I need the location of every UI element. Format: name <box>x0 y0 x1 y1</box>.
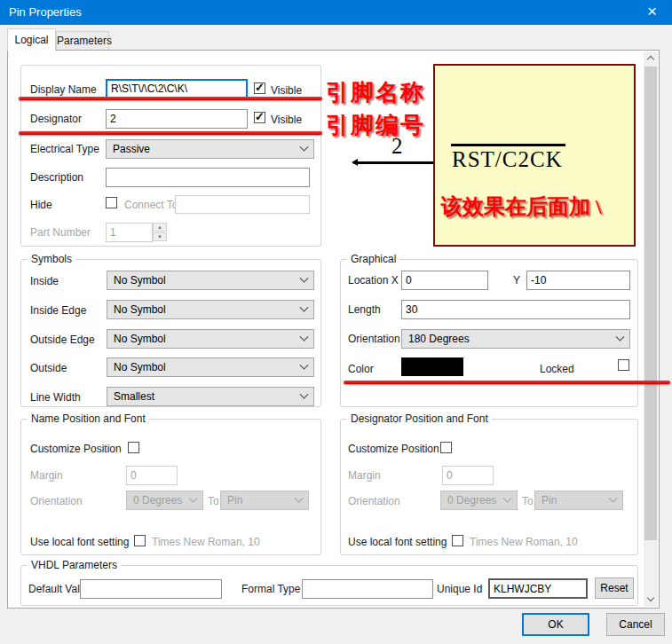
tab-parameters[interactable]: Parameters <box>56 31 109 51</box>
designator-to-value: Pin <box>542 494 557 507</box>
outside-label: Outside <box>30 362 67 374</box>
scroll-down-icon[interactable] <box>644 593 658 607</box>
chevron-down-icon <box>300 360 309 369</box>
part-number-stepper[interactable]: ▲ ▼ <box>153 223 167 241</box>
annotation-pin-name: 引脚名称 <box>326 77 425 108</box>
inside-edge-select[interactable]: No Symbol <box>107 300 314 319</box>
scroll-up-icon[interactable] <box>644 51 658 66</box>
electrical-type-value: Passive <box>113 143 150 155</box>
visible-label: Visible <box>271 84 302 97</box>
orientation-label: Orientation <box>30 495 83 507</box>
chevron-down-icon <box>300 273 309 282</box>
description-input[interactable] <box>106 168 310 187</box>
line-width-value: Smallest <box>114 390 154 403</box>
name-to-select[interactable]: Pin <box>220 491 309 510</box>
outside-edge-label: Outside Edge <box>30 334 95 346</box>
customize-position-label: Customize Position <box>30 443 122 455</box>
length-label: Length <box>348 303 381 316</box>
designator-position-group: Designator Position and Font Customize P… <box>340 419 638 555</box>
annotation-underline-color <box>344 381 670 384</box>
chevron-down-icon <box>616 332 625 341</box>
orientation-value: 180 Degrees <box>408 333 470 345</box>
to-label: To <box>208 495 219 507</box>
display-name-input[interactable] <box>106 79 248 98</box>
outside-select[interactable]: No Symbol <box>107 357 314 377</box>
default-value-input[interactable] <box>80 579 222 599</box>
display-name-visible-checkbox[interactable] <box>254 82 265 94</box>
inside-value: No Symbol <box>114 274 166 287</box>
vhdl-group-title: VHDL Parameters <box>28 559 121 571</box>
designator-to-select[interactable]: Pin <box>534 491 623 510</box>
symbols-group-title: Symbols <box>28 253 75 265</box>
preview-pin-arrow-icon <box>348 159 358 166</box>
name-margin-input[interactable] <box>126 466 178 485</box>
description-label: Description <box>30 171 83 184</box>
name-orientation-select[interactable]: 0 Degrees <box>126 491 203 510</box>
location-x-label: Location X <box>348 274 399 287</box>
designator-use-local-font-checkbox[interactable] <box>452 535 463 546</box>
connect-to-input[interactable] <box>175 195 310 214</box>
title-bar: Pin Properties × <box>0 0 672 25</box>
outside-value: No Symbol <box>114 361 166 373</box>
preview-box: RST/C2CK 该效果在后面加 \ <box>433 64 636 247</box>
pin-color-swatch[interactable] <box>401 357 463 376</box>
name-orientation-value: 0 Degrees <box>133 494 182 507</box>
name-font-description: Times New Roman, 10 <box>152 536 260 548</box>
inside-edge-value: No Symbol <box>114 303 166 316</box>
graphical-group: Graphical Location X Y Length Orientatio… <box>340 259 638 407</box>
vertical-scrollbar[interactable] <box>644 51 658 607</box>
designator-customize-position-checkbox[interactable] <box>440 442 452 453</box>
annotation-pin-number: 引脚编号 <box>326 110 425 141</box>
electrical-type-select[interactable]: Passive <box>106 139 314 159</box>
display-name-label: Display Name <box>30 83 97 96</box>
unique-id-input[interactable] <box>488 578 588 599</box>
locked-label: Locked <box>540 363 574 375</box>
name-use-local-font-checkbox[interactable] <box>134 535 146 546</box>
spinner-up-icon[interactable]: ▲ <box>153 223 167 232</box>
scrollbar-thumb[interactable] <box>644 67 657 540</box>
electrical-type-label: Electrical Type <box>30 143 99 155</box>
line-width-select[interactable]: Smallest <box>107 387 314 406</box>
chevron-down-icon <box>300 142 309 151</box>
formal-type-input[interactable] <box>302 579 433 599</box>
use-local-font-label: Use local font setting <box>348 536 447 548</box>
designator-orientation-value: 0 Degrees <box>447 494 496 507</box>
ok-button[interactable]: OK <box>522 613 589 636</box>
location-y-label: Y <box>513 274 520 287</box>
designator-input[interactable] <box>106 109 248 129</box>
location-y-input[interactable] <box>526 271 630 290</box>
chevron-down-icon <box>300 389 309 398</box>
hide-checkbox[interactable] <box>106 197 117 208</box>
inside-select[interactable]: No Symbol <box>107 271 314 290</box>
chevron-down-icon <box>609 493 618 502</box>
connect-to-label: Connect To <box>124 199 178 211</box>
symbols-group: Symbols Inside No Symbol Inside Edge No … <box>20 259 321 407</box>
orientation-select[interactable]: 180 Degrees <box>401 329 630 349</box>
location-x-input[interactable] <box>401 271 488 290</box>
formal-type-label: Formal Type <box>241 583 300 595</box>
length-input[interactable] <box>401 300 630 319</box>
orientation-label: Orientation <box>348 495 400 507</box>
color-label: Color <box>348 363 374 375</box>
preview-pin-name: RST/C2CK <box>451 144 565 172</box>
inside-edge-label: Inside Edge <box>30 304 86 317</box>
cancel-button[interactable]: Cancel <box>606 613 665 636</box>
spinner-down-icon[interactable]: ▼ <box>153 232 167 241</box>
name-to-value: Pin <box>227 494 242 507</box>
designator-margin-input[interactable] <box>442 466 494 485</box>
chevron-down-icon <box>189 493 198 502</box>
name-position-group-title: Name Position and Font <box>28 412 149 425</box>
close-icon[interactable]: × <box>632 0 672 25</box>
name-customize-position-checkbox[interactable] <box>128 442 139 453</box>
reset-button[interactable]: Reset <box>595 577 634 599</box>
designator-visible-checkbox[interactable] <box>254 112 265 123</box>
part-number-input[interactable] <box>106 223 153 242</box>
tab-logical[interactable]: Logical <box>7 28 56 51</box>
margin-label: Margin <box>30 469 63 482</box>
name-position-group: Name Position and Font Customize Positio… <box>20 419 321 555</box>
locked-checkbox[interactable] <box>618 359 629 371</box>
graphical-group-title: Graphical <box>347 253 399 265</box>
outside-edge-select[interactable]: No Symbol <box>107 329 314 349</box>
chevron-down-icon <box>295 493 304 502</box>
designator-orientation-select[interactable]: 0 Degrees <box>440 491 518 510</box>
